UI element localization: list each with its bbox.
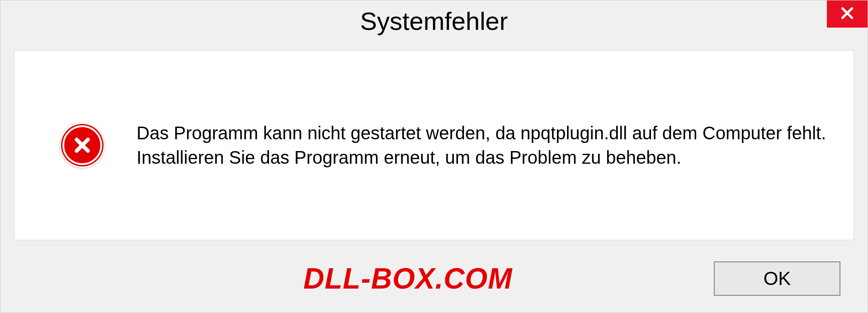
watermark-text: DLL-BOX.COM bbox=[14, 262, 513, 295]
dialog-footer: DLL-BOX.COM OK bbox=[0, 254, 868, 313]
close-button[interactable] bbox=[827, 0, 868, 28]
close-icon bbox=[839, 5, 855, 23]
error-message: Das Programm kann nicht gestartet werden… bbox=[137, 121, 826, 170]
titlebar: Systemfehler bbox=[0, 0, 868, 41]
dialog-title: Systemfehler bbox=[360, 6, 508, 36]
ok-button[interactable]: OK bbox=[714, 261, 840, 296]
error-circle-icon bbox=[60, 123, 105, 168]
content-panel: Das Programm kann nicht gestartet werden… bbox=[14, 50, 854, 240]
error-dialog: Systemfehler Das Programm kann nicht ges… bbox=[0, 0, 868, 313]
